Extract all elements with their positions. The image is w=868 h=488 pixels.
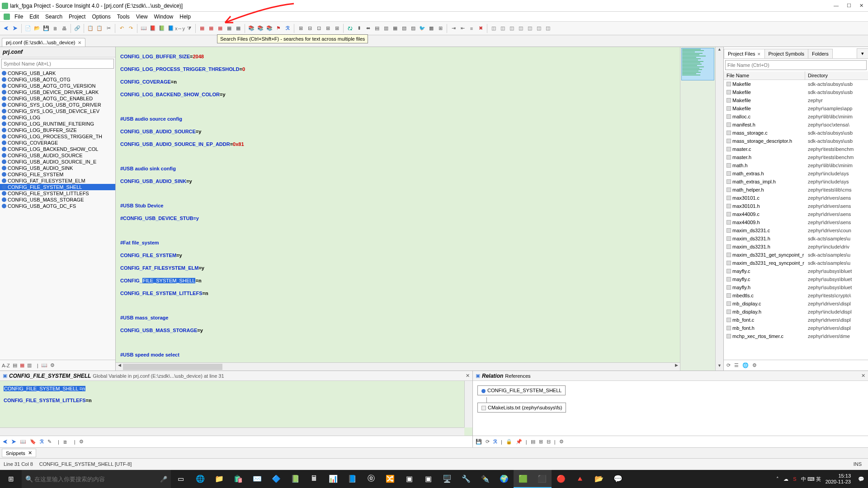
app-tool2[interactable]: ✒️ <box>476 470 495 488</box>
col-filename[interactable]: File Name <box>724 71 805 80</box>
app-console[interactable]: ⬛ <box>533 470 552 488</box>
lock-icon[interactable]: 🔒 <box>506 439 512 445</box>
file-filter-input[interactable] <box>725 60 867 70</box>
symbol-item[interactable]: CONFIG_USB_AOTG_OTG_VERSION <box>0 83 115 89</box>
flag-icon[interactable]: ⚑ <box>274 24 283 33</box>
file-row[interactable]: maxim_ds3231_req_syncpoint_rsdk-acts\sam… <box>724 259 868 267</box>
tab-folders[interactable]: Folders <box>808 49 833 58</box>
link-icon[interactable]: 🔗 <box>73 24 81 33</box>
refresh-icon[interactable]: ⟳ <box>486 439 490 445</box>
save-all-icon[interactable]: 🗎 <box>51 24 59 33</box>
sync1-icon[interactable]: 🗘 <box>346 24 354 33</box>
symbol-item[interactable]: CONFIG_LOG_BUFFER_SIZE <box>0 127 115 133</box>
file-list[interactable]: Makefilesdk-acts\subsys\usbMakefilesdk-a… <box>724 80 868 360</box>
symbol-item[interactable]: CONFIG_FILE_SYSTEM <box>0 171 115 178</box>
file-row[interactable]: maxim_ds3231.czephyr\drivers\coun <box>724 226 868 235</box>
context-hscroll[interactable] <box>0 427 464 436</box>
view2-icon[interactable]: ⊞ <box>539 439 543 445</box>
panel4-icon[interactable]: ◫ <box>517 24 525 33</box>
pin-icon[interactable]: 📌 <box>516 439 522 445</box>
close-icon[interactable]: ✕ <box>861 373 865 379</box>
file-row[interactable]: master.czephyr\tests\benchm <box>724 145 868 153</box>
book3-icon[interactable]: 📗 <box>158 24 166 33</box>
rename-icon[interactable]: x↔y <box>176 24 184 33</box>
rel-icon[interactable]: ℛ <box>493 439 497 445</box>
tray-onedrive-icon[interactable]: ☁ <box>783 476 788 482</box>
file-row[interactable]: mayfly.czephyr\subsys\bluet <box>724 275 868 283</box>
bm2-icon[interactable]: ▦ <box>207 24 215 33</box>
bm1-icon[interactable]: ▦ <box>198 24 206 33</box>
file-row[interactable]: master.hzephyr\tests\benchm <box>724 153 868 161</box>
file-row[interactable]: Makefilezephyr\samples\app <box>724 104 868 113</box>
symbol-item[interactable]: CONFIG_USB_AOTG_OTG <box>0 76 115 83</box>
win3-icon[interactable]: ⊡ <box>315 24 323 33</box>
tab-project-symbols[interactable]: Project Symbols <box>764 49 808 58</box>
cut-icon[interactable]: ✂ <box>104 24 113 33</box>
book-icon[interactable]: 📖 <box>41 362 47 368</box>
menu-project[interactable]: Project <box>66 13 88 21</box>
symbol-item[interactable]: CONFIG_USB_MASS_STORAGE <box>0 197 115 203</box>
symbol-item[interactable]: CONFIG_LOG_PROCESS_TRIGGER_TH <box>0 133 115 140</box>
symbol-item[interactable]: CONFIG_USB_AUDIO_SOURCE_IN_E <box>0 159 115 165</box>
app-folder2[interactable]: 📂 <box>590 470 609 488</box>
symbol-item[interactable]: CONFIG_SYS_LOG_USB_OTG_DRIVER <box>0 102 115 108</box>
file-row[interactable]: math_helper.hzephyr\tests\lib\cms <box>724 186 868 194</box>
tray-clock[interactable]: 15:132020-11-23 <box>826 473 854 485</box>
app-git[interactable]: 🔀 <box>381 470 400 488</box>
file-row[interactable]: mb_font.hzephyr\drivers\displ <box>724 324 868 332</box>
bm5-icon[interactable]: ▦ <box>234 24 242 33</box>
t3-icon[interactable]: ▦ <box>391 24 399 33</box>
maximize-button[interactable]: ☐ <box>847 3 851 9</box>
symbol-item[interactable]: CONFIG_LOG <box>0 114 115 121</box>
nav-fwd-icon[interactable]: ⮞ <box>11 439 16 445</box>
menu-edit[interactable]: Edit <box>27 13 42 21</box>
file-row[interactable]: maxim_ds3231.hsdk-acts\samples\u <box>724 235 868 243</box>
gear-icon[interactable]: ⚙ <box>50 362 55 368</box>
doc-icon[interactable]: 🗎 <box>63 439 68 445</box>
app-ie[interactable]: ⓔ <box>362 470 381 488</box>
symbol-item[interactable]: CONFIG_SYS_LOG_USB_DEVICE_LEV <box>0 108 115 114</box>
close-icon[interactable]: ✕ <box>466 373 470 379</box>
book2-icon[interactable]: 📕 <box>149 24 157 33</box>
rel-icon[interactable]: ℛ <box>40 439 44 445</box>
paste-icon[interactable]: 📋 <box>95 24 104 33</box>
file-row[interactable]: max30101.hzephyr\drivers\sens <box>724 202 868 210</box>
minimize-button[interactable]: — <box>834 3 839 9</box>
view3-icon[interactable]: ⊟ <box>547 439 551 445</box>
relation-node[interactable]: CONFIG_FILE_SYSTEM_SHELL <box>477 385 566 395</box>
tray-up-icon[interactable]: ˄ <box>776 476 779 482</box>
nav-fwd-icon[interactable]: ⮞ <box>11 24 19 33</box>
app-store[interactable]: 🛍️ <box>229 470 248 488</box>
indent-in-icon[interactable]: ⇥ <box>449 24 458 33</box>
win5-icon[interactable]: ⊞ <box>333 24 341 33</box>
file-row[interactable]: mbedtls.czephyr\tests\crypto\ <box>724 291 868 300</box>
tree-icon[interactable]: ☰ <box>734 362 739 368</box>
t2-icon[interactable]: ▥ <box>382 24 390 33</box>
symbol-item[interactable]: CONFIG_USB_AUDIO_SINK <box>0 165 115 171</box>
nav-back-icon[interactable]: ⮜ <box>3 439 8 445</box>
symbol-item[interactable]: CONFIG_LOG_BACKEND_SHOW_COL <box>0 146 115 152</box>
relation-body[interactable]: CONFIG_FILE_SYSTEM_SHELL CMakeLists.txt … <box>473 381 868 436</box>
sync2-icon[interactable]: ⬍ <box>355 24 363 33</box>
file-row[interactable]: Makefilesdk-acts\subsys\usb <box>724 88 868 96</box>
app-calc[interactable]: 🖩 <box>305 470 324 488</box>
app-edge[interactable]: 🌐 <box>191 470 210 488</box>
editor-body[interactable]: CONFIG_LOG_BUFFER_SIZE=2048 CONFIG_LOG_P… <box>116 47 680 371</box>
menu-search[interactable]: Search <box>42 13 65 21</box>
menu-options[interactable]: Options <box>89 13 113 21</box>
view1-icon[interactable]: ▤ <box>13 362 17 368</box>
snippets-tab[interactable]: Snippets✕ <box>2 449 36 457</box>
context-body[interactable]: CONFIG_FILE_SYSTEM_SHELL=n CONFIG_FILE_S… <box>0 381 472 436</box>
symbol-item[interactable]: CONFIG_USB_DEVICE_DRIVER_LARK <box>0 89 115 95</box>
menu-view[interactable]: View <box>133 13 151 21</box>
sync3-icon[interactable]: ⬌ <box>364 24 372 33</box>
proj3-icon[interactable]: 📚 <box>265 24 274 33</box>
undo-icon[interactable]: ↶ <box>118 24 126 33</box>
file-row[interactable]: maxim_ds3231_get_syncpoint_rsdk-acts\sam… <box>724 251 868 259</box>
win2-icon[interactable]: ⊟ <box>306 24 314 33</box>
app-term1[interactable]: ▣ <box>400 470 419 488</box>
view1-icon[interactable]: ▤ <box>531 439 535 445</box>
panel5-icon[interactable]: ◫ <box>526 24 534 33</box>
opt-icon[interactable]: ✎ <box>47 439 52 445</box>
file-row[interactable]: max44009.czephyr\drivers\sens <box>724 210 868 218</box>
